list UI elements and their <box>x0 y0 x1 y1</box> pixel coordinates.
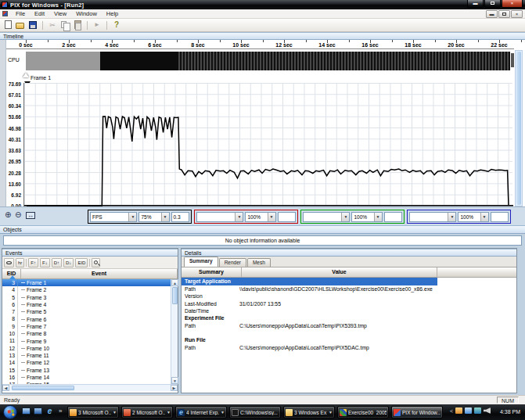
chevron-down-icon[interactable]: ▼ <box>161 213 169 221</box>
chevron-down-icon[interactable]: ▼ <box>268 213 275 221</box>
tab-summary[interactable]: Summary <box>184 257 218 267</box>
cut-icon[interactable]: ✂ <box>48 20 57 30</box>
event-row[interactable]: 7Frame 5 <box>2 308 171 315</box>
chevron-down-icon[interactable]: ▼ <box>480 213 488 221</box>
scroll-down-arrow[interactable]: ▼ <box>171 377 178 384</box>
event-column-header[interactable]: Event <box>21 269 178 278</box>
menu-help[interactable]: Help <box>102 9 123 18</box>
menu-window[interactable]: Window <box>71 9 102 18</box>
child-close-button[interactable]: × <box>511 10 523 18</box>
cpu-track[interactable] <box>20 50 510 72</box>
event-row[interactable]: 14Frame 12 <box>2 359 171 366</box>
menu-edit[interactable]: Edit <box>30 9 49 18</box>
events-horizontal-scrollbar[interactable]: ◀ ▶ <box>2 384 178 391</box>
threshold-field-blue[interactable] <box>491 212 509 222</box>
cpu-track-handle[interactable] <box>511 53 514 67</box>
events-f-button[interactable]: F↑ <box>28 258 38 267</box>
image-icon[interactable] <box>465 407 472 414</box>
task-button-ie[interactable]: e4 Internet Exp...▼ <box>175 406 227 418</box>
scrollbar-thumb[interactable] <box>172 287 178 304</box>
child-restore-button[interactable] <box>498 10 510 18</box>
document-icon[interactable] <box>2 11 8 16</box>
summary-column-header[interactable]: Summary <box>182 267 242 277</box>
counter-select-red[interactable]: ▼ <box>196 212 243 222</box>
new-icon[interactable] <box>3 20 13 30</box>
search-icon[interactable] <box>92 258 100 267</box>
menu-file[interactable]: File <box>11 9 30 18</box>
mail-icon[interactable] <box>455 407 462 414</box>
event-row[interactable]: 4Frame 2 <box>2 286 171 293</box>
tray-collapse-chevron[interactable]: < <box>450 408 453 414</box>
counter-select-blue[interactable]: ▼ <box>409 212 456 222</box>
event-row[interactable]: 12Frame 10 <box>2 345 171 352</box>
maximize-button[interactable] <box>484 0 501 8</box>
close-button[interactable]: × <box>502 0 523 8</box>
tab-render[interactable]: Render <box>219 258 246 267</box>
counter-select-black[interactable]: FPS▼ <box>90 212 137 222</box>
zoom-select-black[interactable]: 75%▼ <box>138 212 169 222</box>
open-icon[interactable] <box>16 20 25 30</box>
events-d-button[interactable]: D↓ <box>63 258 74 267</box>
task-button-folder[interactable]: 3 Windows Ex...▼ <box>283 406 335 418</box>
threshold-field-black[interactable]: 0.3 <box>171 212 189 222</box>
child-minimize-button[interactable]: ▬ <box>486 10 498 18</box>
event-row[interactable]: 16Frame 14 <box>2 374 171 381</box>
value-column-header[interactable]: Value <box>242 267 437 277</box>
events-hr-button[interactable]: hr <box>16 258 24 267</box>
help-icon[interactable]: ? <box>112 20 121 30</box>
event-row[interactable]: 13Frame 11 <box>2 352 171 359</box>
fps-graph-plot[interactable] <box>23 83 512 206</box>
event-row[interactable]: 10Frame 8 <box>2 330 171 337</box>
network-icon[interactable] <box>474 407 481 414</box>
counter-select-green[interactable]: ▼ <box>303 212 350 222</box>
save-icon[interactable] <box>28 20 38 30</box>
volume-icon[interactable] <box>484 407 491 414</box>
task-button-pix[interactable]: PIX for Window... <box>391 406 443 418</box>
zoom-select-blue[interactable]: 100%▼ <box>458 212 488 222</box>
zoom-select-green[interactable]: 100%▼ <box>351 212 382 222</box>
internet-explorer-icon[interactable]: e <box>45 407 54 415</box>
tab-mesh[interactable]: Mesh <box>247 258 271 267</box>
scrollbar-thumb[interactable] <box>12 386 74 390</box>
menu-view[interactable]: View <box>49 9 71 18</box>
task-button-powerpoint[interactable]: 2 Microsoft O...▼ <box>121 406 173 418</box>
event-row[interactable]: 15Frame 13 <box>2 367 171 374</box>
event-row[interactable]: 3Frame 1 <box>2 279 171 286</box>
frame-marker-triangle-up[interactable] <box>23 73 29 77</box>
chevron-down-icon[interactable]: ▼ <box>235 213 243 221</box>
show-desktop-icon[interactable] <box>22 407 31 415</box>
copy-icon[interactable] <box>60 20 70 30</box>
eye-icon[interactable] <box>4 258 14 267</box>
taskbar-clock[interactable]: 4:38 PM <box>500 409 520 415</box>
events-eid-button[interactable]: EID <box>75 258 88 267</box>
chevron-down-icon[interactable]: ▼ <box>341 213 349 221</box>
chevron-down-icon[interactable]: ▼ <box>113 410 117 415</box>
zoom-in-icon[interactable]: ⊕ <box>5 210 11 219</box>
events-vertical-scrollbar[interactable]: ▲ ▼ <box>171 279 178 384</box>
scroll-up-arrow[interactable]: ▲ <box>171 279 178 286</box>
timeline-ruler[interactable]: 0 sec2 sec4 sec6 sec8 sec10 sec12 sec14 … <box>6 40 514 49</box>
events-d-button[interactable]: D↑ <box>52 258 62 267</box>
scroll-left-arrow[interactable]: ◀ <box>2 385 9 391</box>
task-button-outlook[interactable]: 3 Microsoft O...▼ <box>67 406 119 418</box>
threshold-field-red[interactable] <box>278 212 296 222</box>
event-row[interactable]: 6Frame 4 <box>2 301 171 308</box>
fit-width-icon[interactable]: ↔ <box>26 212 35 219</box>
chevron-down-icon[interactable]: ▼ <box>167 410 171 415</box>
chevron-down-icon[interactable]: ▼ <box>221 410 225 415</box>
zoom-out-icon[interactable]: ⊖ <box>15 210 21 219</box>
chevron-down-icon[interactable]: ▼ <box>374 213 382 221</box>
run-icon[interactable]: ► <box>92 20 102 30</box>
start-button[interactable] <box>3 405 17 419</box>
event-row[interactable]: 8Frame 6 <box>2 315 171 322</box>
scrollbar-thumb[interactable] <box>516 52 521 205</box>
chevron-down-icon[interactable]: ▼ <box>128 213 136 221</box>
chevron-down-icon[interactable]: ▼ <box>448 213 455 221</box>
switch-windows-icon[interactable] <box>34 407 42 415</box>
chevron-down-icon[interactable]: ▼ <box>329 410 333 415</box>
paste-icon[interactable] <box>73 20 82 30</box>
timeline-vertical-scrollbar[interactable] <box>515 50 523 206</box>
minimize-button[interactable]: ▬ <box>467 0 484 8</box>
event-row[interactable]: 9Frame 7 <box>2 323 171 330</box>
details-section-heading[interactable]: Target Application <box>182 278 437 285</box>
